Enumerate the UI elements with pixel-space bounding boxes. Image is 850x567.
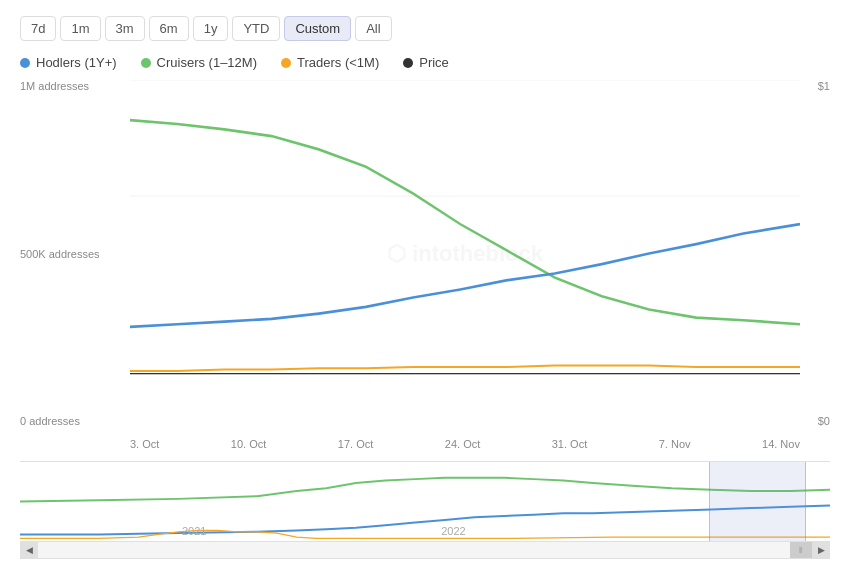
navigator-chart[interactable]: 2021 2022 [20, 461, 830, 541]
x-axis: 3. Oct 10. Oct 17. Oct 24. Oct 31. Oct 7… [130, 431, 800, 457]
y-axis-left: 1M addresses 500K addresses 0 addresses [20, 80, 130, 427]
time-btn-custom[interactable]: Custom [284, 16, 351, 41]
scroll-track[interactable]: ◀ ⦀ ▶ [20, 541, 830, 559]
legend-item-traders-(<1m): Traders (<1M) [281, 55, 379, 70]
x-label-4: 31. Oct [552, 438, 587, 450]
time-btn-1y[interactable]: 1y [193, 16, 229, 41]
main-chart: 1M addresses 500K addresses 0 addresses … [20, 80, 830, 457]
legend-item-price: Price [403, 55, 449, 70]
legend-dot [20, 58, 30, 68]
y-label-bot: 0 addresses [20, 415, 130, 427]
legend-label: Price [419, 55, 449, 70]
legend-item-hodlers-(1y+): Hodlers (1Y+) [20, 55, 117, 70]
time-btn-ytd[interactable]: YTD [232, 16, 280, 41]
chart-legend: Hodlers (1Y+)Cruisers (1–12M)Traders (<1… [20, 55, 830, 70]
y-axis-right: $1 $0 [800, 80, 830, 427]
nav-year-2021: 2021 [182, 525, 206, 537]
time-btn-3m[interactable]: 3m [105, 16, 145, 41]
legend-dot [403, 58, 413, 68]
nav-highlight[interactable] [709, 462, 806, 541]
y-label-top: 1M addresses [20, 80, 130, 92]
legend-item-cruisers-(1–12m): Cruisers (1–12M) [141, 55, 257, 70]
y-label-mid: 500K addresses [20, 248, 130, 260]
time-range-bar: 7d1m3m6m1yYTDCustomAll [20, 16, 830, 41]
time-btn-1m[interactable]: 1m [60, 16, 100, 41]
time-btn-all[interactable]: All [355, 16, 391, 41]
scroll-handle[interactable]: ⦀ [790, 542, 812, 558]
scroll-right-button[interactable]: ▶ [812, 541, 830, 559]
time-btn-6m[interactable]: 6m [149, 16, 189, 41]
time-btn-7d[interactable]: 7d [20, 16, 56, 41]
legend-label: Hodlers (1Y+) [36, 55, 117, 70]
legend-dot [141, 58, 151, 68]
y-right-bot: $0 [818, 415, 830, 427]
chart-svg-area: ⬡ intotheblock [130, 80, 800, 427]
x-label-6: 14. Nov [762, 438, 800, 450]
scroll-left-button[interactable]: ◀ [20, 541, 38, 559]
legend-dot [281, 58, 291, 68]
nav-year-2022: 2022 [441, 525, 465, 537]
x-label-1: 10. Oct [231, 438, 266, 450]
legend-label: Traders (<1M) [297, 55, 379, 70]
legend-label: Cruisers (1–12M) [157, 55, 257, 70]
x-label-5: 7. Nov [659, 438, 691, 450]
y-right-top: $1 [818, 80, 830, 92]
x-label-0: 3. Oct [130, 438, 159, 450]
x-label-2: 17. Oct [338, 438, 373, 450]
chart-wrapper: 1M addresses 500K addresses 0 addresses … [20, 80, 830, 559]
x-label-3: 24. Oct [445, 438, 480, 450]
scroll-thumb[interactable]: ⦀ [38, 542, 812, 558]
main-container: 7d1m3m6m1yYTDCustomAll Hodlers (1Y+)Crui… [0, 0, 850, 567]
